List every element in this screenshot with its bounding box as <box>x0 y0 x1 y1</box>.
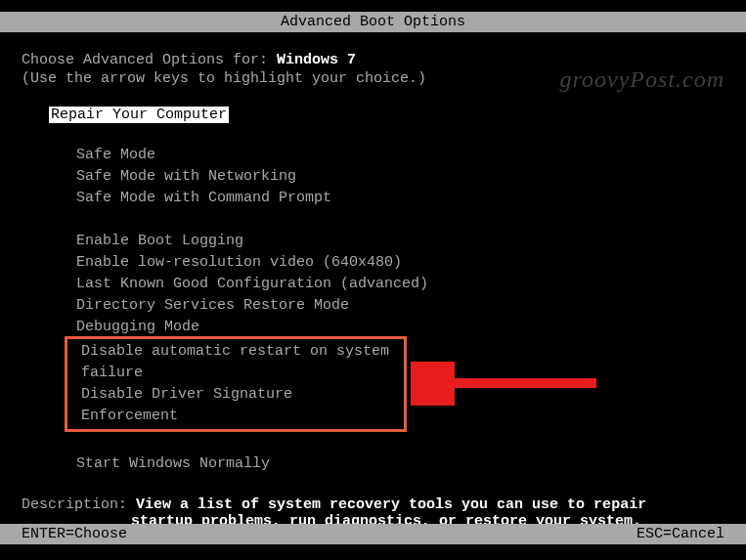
description-label: Description: <box>22 496 127 513</box>
footer-esc-hint: ESC=Cancel <box>636 526 724 542</box>
option-last-known-good[interactable]: Last Known Good Configuration (advanced) <box>22 274 724 295</box>
option-disable-driver-sig[interactable]: Disable Driver Signature Enforcement <box>75 384 396 427</box>
option-debugging-mode[interactable]: Debugging Mode <box>22 317 724 338</box>
option-repair-your-computer[interactable]: Repair Your Computer <box>49 107 229 123</box>
main-content: Choose Advanced Options for: Windows 7 (… <box>0 32 746 530</box>
option-group-advanced: Enable Boot Logging Enable low-resolutio… <box>22 231 724 432</box>
option-disable-auto-restart[interactable]: Disable automatic restart on system fail… <box>75 341 396 384</box>
watermark: groovyPost.com <box>560 66 724 93</box>
option-boot-logging[interactable]: Enable Boot Logging <box>22 231 724 252</box>
footer-bar: ENTER=Choose ESC=Cancel <box>0 524 746 544</box>
intro-prefix: Choose Advanced Options for: <box>22 52 277 68</box>
option-directory-services[interactable]: Directory Services Restore Mode <box>22 295 724 317</box>
option-group-start: Start Windows Normally <box>22 453 724 475</box>
os-name: Windows 7 <box>277 52 356 68</box>
option-group-safe-mode: Safe Mode Safe Mode with Networking Safe… <box>22 145 724 209</box>
page-title: Advanced Boot Options <box>281 14 465 30</box>
option-safe-mode-networking[interactable]: Safe Mode with Networking <box>22 166 724 188</box>
annotation-highlight-box: Disable automatic restart on system fail… <box>65 336 407 432</box>
option-start-normally[interactable]: Start Windows Normally <box>22 453 724 475</box>
description-line-1: View a list of system recovery tools you… <box>136 496 646 513</box>
option-low-res-video[interactable]: Enable low-resolution video (640x480) <box>22 252 724 274</box>
option-safe-mode[interactable]: Safe Mode <box>22 145 724 166</box>
option-safe-mode-cmd[interactable]: Safe Mode with Command Prompt <box>22 188 724 209</box>
title-bar: Advanced Boot Options <box>0 12 746 32</box>
footer-enter-hint: ENTER=Choose <box>22 526 127 542</box>
